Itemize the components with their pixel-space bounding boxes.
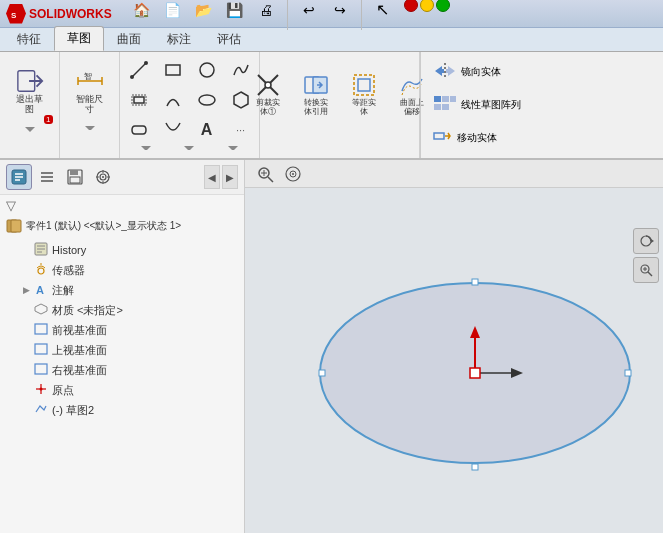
tab-feature[interactable]: 特征	[4, 27, 54, 51]
draw-tools-group: A ···	[120, 52, 260, 158]
expand-sensor	[20, 264, 32, 276]
panel-prev-btn[interactable]: ◀	[204, 165, 220, 189]
offset-button[interactable]: 等距实体	[342, 56, 386, 131]
trim-icon	[254, 71, 282, 99]
redo-icon[interactable]: ↪	[326, 0, 354, 22]
ellipse-tool[interactable]	[191, 86, 223, 114]
tree-item-sensor[interactable]: 传感器	[0, 260, 244, 280]
view-orient-btn[interactable]	[281, 162, 305, 186]
mirror-icon	[433, 63, 457, 82]
history-label: History	[52, 244, 86, 256]
tree-item-right-plane[interactable]: 右视基准面	[0, 360, 244, 380]
tree-item-material[interactable]: 材质 <未指定>	[0, 300, 244, 320]
part-header[interactable]: 零件1 (默认) <<默认>_显示状态 1>	[0, 216, 244, 236]
tab-evaluate[interactable]: 评估	[204, 27, 254, 51]
expand-annotation: ▶	[20, 284, 32, 296]
linear-array-icon	[433, 95, 457, 114]
sensor-label: 传感器	[52, 263, 85, 278]
svg-point-7	[130, 75, 134, 79]
panel-target-btn[interactable]	[90, 164, 116, 190]
part-header-label: 零件1 (默认) <<默认>_显示状态 1>	[26, 219, 181, 233]
exit-sketch-dropdown-icon[interactable]	[25, 127, 35, 137]
tab-annotation[interactable]: 标注	[154, 27, 204, 51]
move-entity-button[interactable]: 移动实体	[429, 126, 525, 149]
arc-tool[interactable]	[157, 86, 189, 114]
new-icon[interactable]: 📄	[159, 0, 187, 22]
smart-dim-button[interactable]: 智 智能尺寸	[66, 56, 114, 126]
svg-rect-12	[134, 97, 144, 103]
circle-tool[interactable]	[191, 56, 223, 84]
tab-surface[interactable]: 曲面	[104, 27, 154, 51]
convert-button[interactable]: 转换实体引用	[294, 56, 338, 131]
status-indicators	[404, 0, 450, 30]
exit-sketch-label: 退出草图	[16, 95, 43, 115]
save-icon[interactable]: 💾	[221, 0, 249, 22]
slot-tool[interactable]	[123, 116, 155, 144]
tab-sketch[interactable]: 草图	[54, 26, 104, 51]
home-icon[interactable]: 🏠	[128, 0, 156, 22]
green-indicator	[436, 0, 450, 12]
polygon-tool[interactable]	[123, 86, 155, 114]
draw-dropdown3[interactable]	[228, 146, 238, 154]
parabola-tool[interactable]	[157, 116, 189, 144]
red-indicator	[404, 0, 418, 12]
rotate-view-btn[interactable]	[633, 228, 659, 254]
tree-item-origin[interactable]: 原点	[0, 380, 244, 400]
undo-icon[interactable]: ↩	[295, 0, 323, 22]
trim-button[interactable]: 剪裁实体①	[246, 56, 290, 131]
svg-point-10	[200, 63, 214, 77]
canvas-toolbar	[245, 160, 663, 188]
svg-text:智: 智	[84, 72, 92, 81]
zoom-view-btn[interactable]	[633, 257, 659, 283]
linear-array-label: 线性草图阵列	[461, 98, 521, 112]
svg-rect-28	[434, 133, 444, 139]
ribbon-content: 退出草图 1 智 智能尺寸	[0, 52, 663, 160]
svg-point-61	[40, 387, 43, 390]
panel-next-btn[interactable]: ▶	[222, 165, 238, 189]
app-container: S SOLIDWORKS 🏠 📄 📂 💾 🖨 ↩ ↪ ↖ 特征	[0, 0, 663, 533]
linear-array-button[interactable]: 线性草图阵列	[429, 93, 525, 116]
tree-item-top-plane[interactable]: 上视基准面	[0, 340, 244, 360]
panel-save-btn[interactable]	[62, 164, 88, 190]
mirror-button[interactable]: 镜向实体	[429, 61, 525, 84]
filter-icon[interactable]: ▽	[6, 198, 16, 213]
tree-item-sketch2[interactable]: (-) 草图2	[0, 400, 244, 420]
svg-rect-57	[35, 344, 47, 354]
offset-icon	[350, 71, 378, 99]
tree-item-annotation[interactable]: ▶ A 注解	[0, 280, 244, 300]
draw-dropdown2[interactable]	[184, 146, 194, 154]
svg-marker-55	[35, 304, 47, 314]
panel-tree-btn[interactable]	[6, 164, 32, 190]
svg-rect-26	[434, 104, 441, 110]
convert-label: 转换实体引用	[304, 99, 328, 117]
smart-dim-dropdown[interactable]	[85, 126, 95, 134]
smart-dim-icon: 智	[76, 67, 104, 95]
handle-bottom	[472, 464, 478, 470]
select-icon[interactable]: ↖	[369, 0, 397, 22]
viewport[interactable]	[245, 188, 663, 533]
rectangle-tool[interactable]	[157, 56, 189, 84]
svg-rect-23	[434, 96, 441, 102]
open-icon[interactable]: 📂	[190, 0, 218, 22]
panel-list-btn[interactable]	[34, 164, 60, 190]
svg-rect-47	[11, 220, 21, 232]
text-tool[interactable]: A	[191, 116, 223, 144]
svg-point-8	[144, 61, 148, 65]
svg-line-72	[648, 272, 652, 276]
svg-point-13	[199, 95, 215, 105]
draw-dropdown1[interactable]	[141, 146, 151, 154]
tree-item-history[interactable]: History	[0, 240, 244, 260]
line-tool[interactable]	[123, 56, 155, 84]
smart-dim-group: 智 智能尺寸	[60, 52, 120, 158]
svg-rect-56	[35, 324, 47, 334]
origin-label: 原点	[52, 383, 74, 398]
quick-access-toolbar: 🏠 📄 📂 💾 🖨 ↩ ↪ ↖	[128, 0, 450, 30]
tree-item-front-plane[interactable]: 前视基准面	[0, 320, 244, 340]
zoom-to-fit-btn[interactable]	[253, 162, 277, 186]
panel-icon-toolbar: ◀ ▶	[0, 160, 244, 195]
handle-right	[625, 370, 631, 376]
svg-rect-9	[166, 65, 180, 75]
mirror-label: 镜向实体	[461, 65, 501, 79]
print-icon[interactable]: 🖨	[252, 0, 280, 22]
ribbon-right-group: 镜向实体 线性草图阵列	[420, 52, 533, 158]
